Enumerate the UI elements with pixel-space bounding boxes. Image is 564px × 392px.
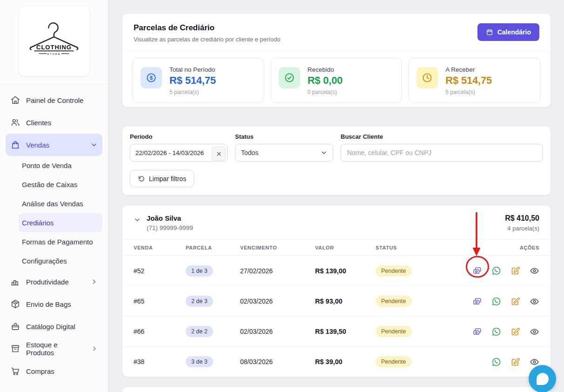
chevron-right-icon xyxy=(90,278,98,285)
submenu-label: Configurações xyxy=(22,257,67,265)
sidebar-item-produtividade[interactable]: Produtividade xyxy=(6,270,102,293)
edit-installment-button[interactable] xyxy=(510,327,520,337)
whatsapp-button[interactable] xyxy=(491,297,501,306)
view-installment-button[interactable] xyxy=(530,266,539,276)
whatsapp-button[interactable] xyxy=(491,327,501,337)
summary-label: Total no Período xyxy=(169,66,216,73)
whatsapp-icon xyxy=(491,297,501,306)
chevron-down-icon xyxy=(321,149,327,156)
cart-icon xyxy=(10,366,20,376)
table-row: #52 1 de 3 27/02/2026 R$ 139,00 Pendente xyxy=(122,256,551,286)
sidebar-item-vendas[interactable]: Vendas xyxy=(6,134,102,156)
view-installment-button[interactable] xyxy=(530,327,539,337)
logo-subtext: STORE xyxy=(47,52,61,55)
page-header-card: Parcelas de Crediário Visualize as parce… xyxy=(122,13,551,108)
sidebar-item-painel-de-controle[interactable]: Painel de Controle xyxy=(6,89,102,111)
client-phone: (71) 99999-9999 xyxy=(147,224,193,231)
status-label: Status xyxy=(235,133,333,140)
due-date: 02/03/2026 xyxy=(240,297,315,305)
submenu-item-gestao-de-caixas[interactable]: Gestão de Caixas xyxy=(19,175,102,194)
table-row: #38 3 de 3 08/03/2026 R$ 39,00 Pendente xyxy=(122,346,551,377)
eye-icon xyxy=(530,327,539,337)
receive-payment-button[interactable] xyxy=(472,327,482,337)
col-header-parcela: PARCELA xyxy=(186,245,240,250)
summary-card-total: $ Total no Período R$ 514,75 5 parcela(s… xyxy=(133,58,264,103)
edit-installment-button[interactable] xyxy=(510,297,520,306)
sidebar-item-estoque-e-produtos[interactable]: Estoque e Produtos xyxy=(6,338,102,360)
submenu-item-analise-das-vendas[interactable]: Análise das Vendas xyxy=(19,194,102,213)
package-icon xyxy=(10,299,20,309)
page-subtitle: Visualize as parcelas de crediário por c… xyxy=(134,36,281,43)
bar-chart-icon xyxy=(10,277,20,287)
sidebar-nav: Painel de Controle Clientes Vendas Ponto… xyxy=(0,84,108,382)
client-parcel-count: 4 parcela(s) xyxy=(505,225,539,232)
col-header-status: STATUS xyxy=(376,245,455,250)
sidebar: CLOTHING STORE Painel de Controle Client… xyxy=(0,0,108,392)
sidebar-item-label: Vendas xyxy=(26,141,49,149)
sidebar-item-envio-de-bags[interactable]: Envio de Bags xyxy=(6,293,102,315)
pencil-square-icon xyxy=(510,327,520,337)
page-title: Parcelas de Crediário xyxy=(134,23,281,33)
col-header-venda: VENDA xyxy=(134,245,186,250)
installment-badge: 2 de 3 xyxy=(186,296,213,307)
vendas-submenu: Ponto de Venda Gestão de Caixas Análise … xyxy=(6,156,102,270)
table-header-row: VENDA PARCELA VENCIMENTO VALOR STATUS AÇ… xyxy=(122,239,551,256)
submenu-item-ponto-de-venda[interactable]: Ponto de Venda xyxy=(19,156,102,175)
view-installment-button[interactable] xyxy=(530,297,539,306)
submenu-item-formas-de-pagamento[interactable]: Formas de Pagamento xyxy=(19,232,102,251)
edit-installment-button[interactable] xyxy=(510,266,520,276)
clear-period-button[interactable] xyxy=(212,147,226,161)
calendar-button-label: Calendário xyxy=(497,28,531,36)
receive-payment-button[interactable] xyxy=(472,297,482,306)
x-icon xyxy=(216,151,222,157)
svg-text:$: $ xyxy=(150,75,153,81)
chat-widget-button[interactable] xyxy=(529,365,556,392)
client-group-header[interactable]: João Silva (71) 99999-9999 R$ 410,50 4 p… xyxy=(122,205,551,239)
installment-value: R$ 93,00 xyxy=(315,297,376,305)
summary-count: 0 parcela(s) xyxy=(308,89,343,95)
installment-value: R$ 39,00 xyxy=(315,358,376,365)
refresh-icon xyxy=(138,175,145,182)
summary-cards: $ Total no Período R$ 514,75 5 parcela(s… xyxy=(122,52,551,107)
client-name: João Silva xyxy=(147,214,193,222)
sidebar-item-clientes[interactable]: Clientes xyxy=(6,111,102,134)
summary-value: R$ 514,75 xyxy=(169,74,216,87)
summary-value: R$ 514,75 xyxy=(445,74,492,87)
home-icon xyxy=(10,95,20,105)
sidebar-item-label: Estoque e Produtos xyxy=(26,341,85,357)
sidebar-item-catalogo-digital[interactable]: Catálogo Digital xyxy=(6,315,102,338)
banknotes-icon xyxy=(472,297,482,306)
sidebar-item-label: Clientes xyxy=(26,119,51,127)
sidebar-item-label: Produtividade xyxy=(26,278,69,286)
summary-label: Recebido xyxy=(308,66,343,73)
receive-payment-button[interactable] xyxy=(472,266,482,276)
submenu-item-crediarios[interactable]: Crediários xyxy=(19,213,102,232)
clear-filters-button[interactable]: Limpar filtros xyxy=(130,170,194,187)
status-select[interactable]: Todos xyxy=(235,144,333,162)
sale-number: #52 xyxy=(134,267,186,275)
sidebar-item-label: Catálogo Digital xyxy=(26,323,75,331)
search-client-input[interactable] xyxy=(341,144,543,162)
whatsapp-icon xyxy=(491,266,501,276)
chat-bubble-icon xyxy=(537,373,549,385)
whatsapp-button[interactable] xyxy=(491,357,501,367)
client-total: R$ 410,50 xyxy=(505,214,539,223)
chevron-down-icon[interactable] xyxy=(134,216,141,223)
sidebar-item-label: Painel de Controle xyxy=(26,96,83,104)
sale-number: #65 xyxy=(134,297,186,305)
sale-number: #66 xyxy=(134,328,186,335)
chevron-down-icon xyxy=(90,141,98,149)
submenu-label: Formas de Pagamento xyxy=(22,238,93,246)
calendar-button[interactable]: Calendário xyxy=(477,23,539,41)
submenu-item-configuracoes[interactable]: Configurações xyxy=(19,251,102,270)
dollar-circle-icon: $ xyxy=(146,72,157,83)
submenu-label: Gestão de Caixas xyxy=(22,181,77,189)
edit-installment-button[interactable] xyxy=(510,357,520,367)
sidebar-item-compras[interactable]: Compras xyxy=(6,360,102,382)
submenu-label: Análise das Vendas xyxy=(22,200,83,208)
search-label: Buscar Cliente xyxy=(341,133,543,140)
handbag-icon xyxy=(10,321,20,331)
status-badge: Pendente xyxy=(376,356,412,367)
sidebar-item-label: Envio de Bags xyxy=(26,300,71,308)
whatsapp-button[interactable] xyxy=(491,266,501,276)
